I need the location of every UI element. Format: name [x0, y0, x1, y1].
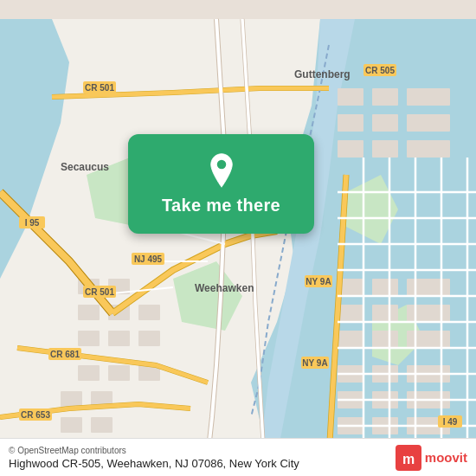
svg-text:Secaucus: Secaucus: [61, 161, 109, 173]
svg-rect-46: [61, 391, 82, 407]
svg-rect-23: [338, 331, 363, 348]
svg-rect-15: [372, 140, 398, 158]
svg-rect-37: [78, 305, 100, 320]
svg-rect-19: [407, 279, 450, 296]
svg-text:Weehawken: Weehawken: [195, 282, 254, 294]
take-me-there-button[interactable]: Take me there: [128, 134, 314, 234]
svg-rect-44: [108, 365, 130, 381]
svg-rect-41: [108, 331, 130, 346]
svg-rect-21: [372, 305, 398, 322]
svg-rect-11: [338, 114, 363, 132]
svg-rect-12: [372, 114, 398, 132]
svg-rect-13: [407, 114, 450, 132]
svg-rect-42: [138, 331, 160, 346]
svg-rect-40: [78, 331, 100, 346]
svg-text:CR 501: CR 501: [85, 83, 114, 93]
svg-rect-10: [407, 88, 450, 106]
svg-rect-24: [372, 331, 398, 348]
svg-text:NJ 495: NJ 495: [134, 254, 163, 264]
osm-credit: © OpenStreetMap contributors: [9, 446, 387, 455]
moovit-icon: m: [396, 445, 421, 471]
svg-rect-48: [61, 417, 82, 433]
svg-rect-8: [338, 88, 363, 106]
svg-rect-18: [372, 279, 398, 296]
svg-rect-20: [338, 305, 363, 322]
svg-text:CR 681: CR 681: [50, 350, 80, 359]
svg-text:Guttenberg: Guttenberg: [294, 68, 351, 80]
moovit-logo: m moovit: [396, 445, 467, 471]
svg-text:NY 9A: NY 9A: [302, 358, 327, 368]
moovit-label: moovit: [425, 450, 467, 465]
svg-rect-25: [407, 331, 450, 348]
svg-point-73: [216, 160, 226, 170]
svg-text:m: m: [402, 452, 415, 466]
svg-rect-49: [91, 417, 113, 433]
svg-rect-43: [78, 365, 100, 381]
button-label: Take me there: [162, 196, 280, 215]
location-text: Highwood CR-505, Weehawken, NJ 07086, Ne…: [9, 457, 387, 470]
svg-text:I 95: I 95: [25, 218, 40, 228]
svg-rect-22: [407, 305, 450, 322]
svg-text:CR 505: CR 505: [365, 66, 395, 75]
svg-text:NY 9A: NY 9A: [306, 277, 331, 286]
location-info: © OpenStreetMap contributors Highwood CR…: [9, 446, 387, 470]
map-container: CR 501 CR 505 I 95 NJ 495 CR 501 NY 9A N…: [0, 0, 476, 476]
svg-rect-39: [138, 305, 160, 320]
svg-text:CR 653: CR 653: [21, 410, 50, 420]
svg-text:I 49: I 49: [443, 417, 458, 427]
svg-rect-14: [338, 140, 363, 158]
svg-text:CR 501: CR 501: [85, 287, 114, 297]
svg-rect-9: [372, 88, 398, 106]
location-pin-icon: [203, 152, 240, 189]
svg-rect-16: [407, 140, 450, 158]
bottom-bar: © OpenStreetMap contributors Highwood CR…: [0, 438, 476, 476]
